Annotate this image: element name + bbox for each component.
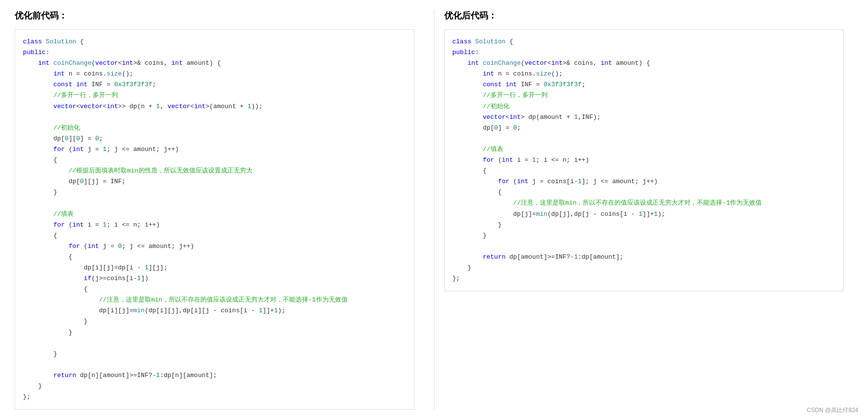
right-section: 优化后代码： class Solution {public: int coinC… (444, 10, 854, 410)
right-title: 优化后代码： (444, 10, 844, 21)
divider (434, 10, 434, 410)
left-title: 优化前代码： (15, 10, 414, 21)
page-container: 优化前代码： class Solution {public: int coinC… (0, 0, 868, 417)
right-code-block: class Solution {public: int coinChange(v… (444, 29, 844, 291)
sections-row: 优化前代码： class Solution {public: int coinC… (15, 10, 853, 410)
left-section: 优化前代码： class Solution {public: int coinC… (15, 10, 424, 410)
watermark: CSDN @高比仔824 (807, 406, 858, 415)
left-code-block: class Solution {public: int coinChange(v… (15, 29, 414, 410)
